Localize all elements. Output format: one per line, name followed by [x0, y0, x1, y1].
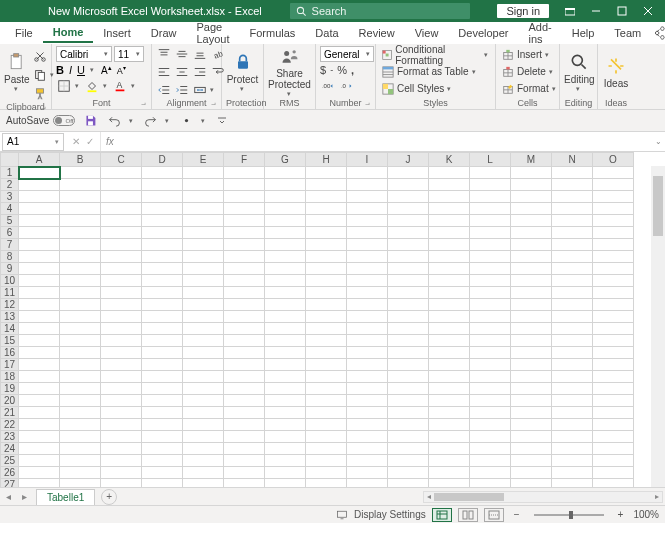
row-header[interactable]: 8: [1, 251, 19, 263]
cell[interactable]: [429, 479, 470, 488]
cell[interactable]: [19, 407, 60, 419]
cell[interactable]: [265, 203, 306, 215]
cell[interactable]: [183, 467, 224, 479]
row-header[interactable]: 20: [1, 395, 19, 407]
cell[interactable]: [511, 287, 552, 299]
cell[interactable]: [470, 275, 511, 287]
tab-data[interactable]: Data: [305, 24, 348, 42]
cell[interactable]: [429, 227, 470, 239]
cell[interactable]: [388, 215, 429, 227]
cell[interactable]: [429, 287, 470, 299]
cell[interactable]: [552, 275, 593, 287]
cell[interactable]: [429, 383, 470, 395]
cell[interactable]: [60, 311, 101, 323]
customize-qat-button[interactable]: [213, 112, 231, 130]
cell[interactable]: [60, 203, 101, 215]
cell[interactable]: [60, 479, 101, 488]
cell[interactable]: [347, 335, 388, 347]
cell[interactable]: [593, 455, 634, 467]
cell[interactable]: [101, 395, 142, 407]
cell[interactable]: [142, 443, 183, 455]
cell[interactable]: [429, 203, 470, 215]
merge-center-button[interactable]: [192, 82, 208, 98]
cell[interactable]: [60, 251, 101, 263]
cell[interactable]: [224, 167, 265, 179]
cell[interactable]: [552, 299, 593, 311]
cell[interactable]: [429, 443, 470, 455]
cell[interactable]: [388, 263, 429, 275]
cell[interactable]: [142, 383, 183, 395]
row-header[interactable]: 19: [1, 383, 19, 395]
comma-button[interactable]: ,: [351, 64, 354, 76]
cell[interactable]: [306, 347, 347, 359]
cell[interactable]: [224, 383, 265, 395]
cell[interactable]: [101, 227, 142, 239]
cell[interactable]: [306, 359, 347, 371]
col-header[interactable]: F: [224, 153, 265, 167]
cell[interactable]: [552, 311, 593, 323]
formula-input[interactable]: [119, 132, 651, 151]
zoom-slider[interactable]: [534, 514, 604, 516]
cell[interactable]: [388, 419, 429, 431]
cell[interactable]: [347, 431, 388, 443]
tab-home[interactable]: Home: [43, 23, 94, 43]
cell[interactable]: [593, 407, 634, 419]
cell[interactable]: [388, 311, 429, 323]
cell[interactable]: [593, 467, 634, 479]
cell[interactable]: [224, 203, 265, 215]
align-right-button[interactable]: [192, 64, 208, 80]
editing-button[interactable]: Editing ▾: [564, 46, 595, 98]
cell[interactable]: [19, 227, 60, 239]
row-header[interactable]: 6: [1, 227, 19, 239]
cell[interactable]: [101, 359, 142, 371]
row-header[interactable]: 15: [1, 335, 19, 347]
cell[interactable]: [224, 263, 265, 275]
number-format-combo[interactable]: General▾: [320, 46, 374, 62]
col-header[interactable]: B: [60, 153, 101, 167]
cell[interactable]: [60, 335, 101, 347]
cell[interactable]: [60, 275, 101, 287]
cell[interactable]: [142, 479, 183, 488]
cell[interactable]: [101, 431, 142, 443]
cell[interactable]: [511, 215, 552, 227]
cell[interactable]: [183, 263, 224, 275]
cell[interactable]: [60, 167, 101, 179]
cell[interactable]: [60, 263, 101, 275]
cell[interactable]: [552, 287, 593, 299]
cell[interactable]: [470, 395, 511, 407]
cell[interactable]: [60, 287, 101, 299]
cell[interactable]: [224, 287, 265, 299]
cell[interactable]: [593, 335, 634, 347]
cell[interactable]: [429, 215, 470, 227]
tab-formulas[interactable]: Formulas: [240, 24, 306, 42]
tab-add-ins[interactable]: Add-ins: [518, 18, 561, 48]
cell[interactable]: [511, 191, 552, 203]
cell[interactable]: [511, 467, 552, 479]
cell[interactable]: [224, 443, 265, 455]
cell[interactable]: [19, 347, 60, 359]
cell[interactable]: [593, 311, 634, 323]
cell[interactable]: [142, 239, 183, 251]
conditional-formatting-button[interactable]: Conditional Formatting▾: [380, 47, 491, 62]
cell[interactable]: [552, 323, 593, 335]
cell[interactable]: [142, 203, 183, 215]
cell[interactable]: [183, 431, 224, 443]
italic-button[interactable]: I: [69, 64, 72, 76]
cell[interactable]: [552, 371, 593, 383]
cell[interactable]: [347, 311, 388, 323]
cell[interactable]: [19, 419, 60, 431]
align-middle-button[interactable]: [174, 46, 190, 62]
cell[interactable]: [347, 191, 388, 203]
row-header[interactable]: 16: [1, 347, 19, 359]
cell[interactable]: [347, 371, 388, 383]
cell[interactable]: [388, 443, 429, 455]
cell[interactable]: [511, 359, 552, 371]
cell[interactable]: [265, 299, 306, 311]
touch-mouse-mode-button[interactable]: [177, 112, 195, 130]
cell[interactable]: [388, 203, 429, 215]
insert-cells-button[interactable]: Insert▾: [500, 47, 553, 62]
cell[interactable]: [347, 395, 388, 407]
cell[interactable]: [429, 407, 470, 419]
cell[interactable]: [470, 311, 511, 323]
cell[interactable]: [19, 275, 60, 287]
